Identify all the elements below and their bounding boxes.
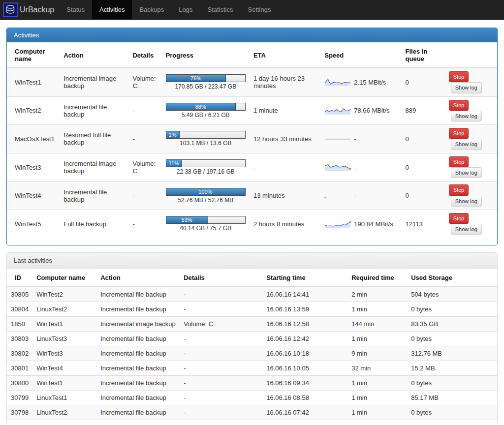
activity-eta: 13 minutes <box>250 182 320 210</box>
last-activity-required-time: 1 min <box>347 405 407 420</box>
progress-bar-fill: 11% <box>166 160 182 167</box>
activities-col-header: Speed <box>320 42 401 68</box>
activity-progress-cell: 88%5.49 GB / 6.21 GB <box>162 96 250 125</box>
last-activity-computer-name: WinTest5 <box>32 420 96 425</box>
stop-button[interactable]: Stop <box>449 184 469 195</box>
activities-table-header: Computer nameActionDetailsProgressETASpe… <box>7 42 497 68</box>
activity-speed-cell: 190.84 MBit/s <box>320 210 401 238</box>
last-activity-used-storage: 0 bytes <box>407 375 497 390</box>
progress-size-label: 52.76 MB / 52.76 MB <box>166 197 246 204</box>
stop-button[interactable]: Stop <box>449 213 469 224</box>
nav-item-settings[interactable]: Settings <box>241 0 279 19</box>
last-activity-id: 30801 <box>7 361 32 375</box>
last-activity-details: Volume: C: <box>180 316 262 331</box>
last-activity-used-storage: 504 bytes <box>407 287 497 302</box>
last-activity-action: Incremental file backup <box>96 390 180 405</box>
nav-menu: StatusActivitiesBackupsLogsStatisticsSet… <box>59 0 278 19</box>
activity-eta: - <box>250 153 320 182</box>
last-activity-action: Incremental file backup <box>96 375 180 390</box>
last-activity-used-storage: 0 bytes <box>407 405 497 420</box>
last-activities-col-header: Starting time <box>262 269 347 287</box>
last-activity-id: 30805 <box>7 287 32 302</box>
progress-bar: 100% <box>166 188 246 196</box>
activity-actions-cell: StopShow log <box>445 96 497 125</box>
show-log-button[interactable]: Show log <box>451 111 482 121</box>
progress-size-label: 5.49 GB / 6.21 GB <box>166 112 246 119</box>
last-activity-computer-name: WinTest3 <box>32 346 96 361</box>
activity-details: Volume: C: <box>128 153 161 182</box>
stop-button[interactable]: Stop <box>449 71 469 82</box>
show-log-button[interactable]: Show log <box>451 139 482 150</box>
last-activity-row: 30796WinTest5Incremental file backup-16.… <box>7 420 497 425</box>
last-activities-col-header: Required time <box>347 269 407 287</box>
last-activity-id: 30796 <box>7 420 32 425</box>
last-activity-id: 30804 <box>7 302 32 316</box>
last-activity-computer-name: LinuxTest2 <box>32 405 96 420</box>
activity-files-in-queue: 0 <box>402 68 445 96</box>
last-activity-computer-name: WinTest1 <box>32 375 96 390</box>
activity-row: WinTest4Incremental file backup-100%52.7… <box>7 182 497 210</box>
last-activity-action: Incremental file backup <box>96 331 180 346</box>
last-activity-starting-time: 16.06.16 14:41 <box>262 287 347 302</box>
last-activity-required-time: 1 min <box>347 302 407 316</box>
last-activity-id: 30798 <box>7 405 32 420</box>
activity-details: - <box>128 125 161 153</box>
last-activity-details: - <box>180 405 262 420</box>
activities-panel: Activities Computer nameActionDetailsPro… <box>6 28 498 245</box>
activities-table: Computer nameActionDetailsProgressETASpe… <box>7 42 497 238</box>
progress-bar: 76% <box>166 74 246 82</box>
activity-speed-value: - <box>354 192 356 199</box>
last-activity-action: Incremental file backup <box>96 420 180 425</box>
speed-sparkline <box>324 162 351 172</box>
last-activity-starting-time: 16.06.16 13:59 <box>262 302 347 316</box>
last-activity-used-storage: 0 bytes <box>407 331 497 346</box>
last-activity-starting-time: 16.06.16 12:58 <box>262 316 347 331</box>
activity-progress-cell: 11%22.38 GB / 197.16 GB <box>162 153 250 182</box>
activity-computer-name: MacOsXTest1 <box>7 125 60 153</box>
show-log-button[interactable]: Show log <box>451 196 482 207</box>
nav-item-statistics[interactable]: Statistics <box>200 0 240 19</box>
progress-bar-fill: 76% <box>166 75 226 82</box>
progress-size-label: 170.85 GB / 223.47 GB <box>166 83 246 90</box>
last-activity-row: 30802WinTest3Incremental file backup-16.… <box>7 346 497 361</box>
activity-speed-cell: - <box>320 125 401 153</box>
last-activity-details: - <box>180 346 262 361</box>
speed-sparkline <box>324 219 351 229</box>
activity-row: MacOsXTest1Resumed full file backup-1%10… <box>7 125 497 153</box>
last-activity-id: 30803 <box>7 331 32 346</box>
activities-col-header: Details <box>128 42 161 68</box>
show-log-button[interactable]: Show log <box>451 82 482 93</box>
progress-size-label: 103.1 MB / 13.6 GB <box>166 140 246 147</box>
activity-speed-cell: 2.15 MBit/s <box>320 68 401 96</box>
last-activity-computer-name: LinuxTest3 <box>32 331 96 346</box>
last-activity-id: 30800 <box>7 375 32 390</box>
activity-speed-value: 190.84 MBit/s <box>354 220 393 228</box>
brand[interactable]: UrBackup <box>0 0 59 19</box>
activity-progress-cell: 53%40.14 GB / 75.7 GB <box>162 210 250 238</box>
last-activity-details: - <box>180 390 262 405</box>
activity-speed-value: 78.66 MBit/s <box>354 107 389 114</box>
nav-item-activities[interactable]: Activities <box>92 0 132 19</box>
last-activity-used-storage: 83.35 GB <box>407 316 497 331</box>
activity-eta: 12 hours 33 minutes <box>250 125 320 153</box>
last-activity-required-time: 1 min <box>347 331 407 346</box>
show-log-button[interactable]: Show log <box>451 167 482 178</box>
stop-button[interactable]: Stop <box>449 128 469 139</box>
activity-computer-name: WinTest5 <box>7 210 60 238</box>
activity-progress-cell: 1%103.1 MB / 13.6 GB <box>162 125 250 153</box>
stop-button[interactable]: Stop <box>449 156 469 167</box>
last-activity-required-time: 9 min <box>347 346 407 361</box>
nav-item-backups[interactable]: Backups <box>132 0 171 19</box>
nav-item-logs[interactable]: Logs <box>171 0 200 19</box>
last-activity-row: 1850WinTest1Incremental image backupVolu… <box>7 316 497 331</box>
last-activity-required-time: 2 min <box>347 287 407 302</box>
nav-item-status[interactable]: Status <box>59 0 92 19</box>
progress-bar-fill: 1% <box>166 131 180 138</box>
last-activities-panel: Last activities IDComputer nameActionDet… <box>6 252 498 425</box>
last-activity-computer-name: LinuxTest2 <box>32 302 96 316</box>
last-activity-id: 1850 <box>7 316 32 331</box>
stop-button[interactable]: Stop <box>449 100 469 111</box>
last-activity-computer-name: WinTest4 <box>32 361 96 375</box>
last-activity-required-time: 4 min <box>347 420 407 425</box>
show-log-button[interactable]: Show log <box>451 224 482 235</box>
